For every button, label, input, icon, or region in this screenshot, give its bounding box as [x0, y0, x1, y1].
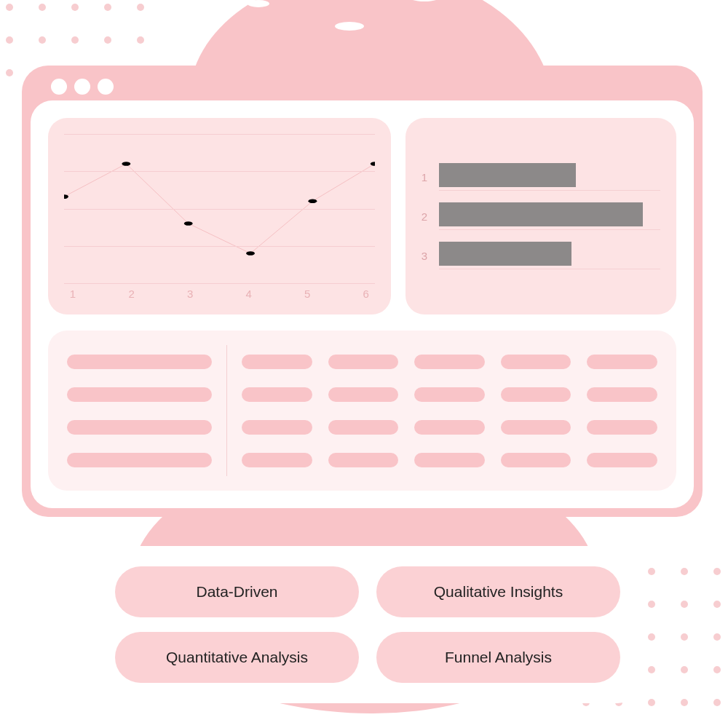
- table-label-pill: [67, 420, 212, 435]
- svg-point-0: [64, 194, 68, 199]
- bar-label: 1: [422, 171, 432, 183]
- bar-chart-panel: 123: [405, 118, 676, 314]
- line-chart-tick: 6: [360, 288, 372, 300]
- line-chart-plot: [64, 134, 375, 283]
- table-cell-pill: [328, 420, 399, 435]
- table-panel: [48, 331, 676, 491]
- table-cell-pill: [242, 387, 312, 402]
- funnel-analysis-button[interactable]: Funnel Analysis: [376, 632, 620, 683]
- line-chart-tick: 5: [301, 288, 313, 300]
- table-label-pill: [67, 453, 212, 467]
- table-row: [242, 387, 657, 402]
- line-chart-tick: 2: [126, 288, 138, 300]
- window-dot-icon: [74, 79, 90, 95]
- line-chart-x-ticks: 123456: [64, 288, 375, 300]
- bar-row: 2: [422, 202, 660, 230]
- table-cell-pill: [587, 453, 657, 467]
- table-cell-pill: [501, 420, 571, 435]
- table-data-columns: [227, 345, 657, 476]
- table-cell-pill: [242, 453, 312, 467]
- table-cell-pill: [414, 420, 485, 435]
- table-cell-pill: [242, 355, 312, 369]
- svg-point-2: [184, 221, 193, 226]
- svg-point-3: [246, 251, 255, 256]
- line-chart-tick: 1: [67, 288, 79, 300]
- table-cell-pill: [501, 453, 571, 467]
- data-driven-button[interactable]: Data-Driven: [115, 566, 359, 617]
- browser-window: 123456 123: [22, 66, 703, 517]
- bar-fill: [439, 163, 577, 187]
- window-dot-icon: [51, 79, 67, 95]
- svg-point-5: [371, 162, 375, 166]
- quantitative-analysis-button[interactable]: Quantitative Analysis: [115, 632, 359, 683]
- line-chart-tick: 4: [243, 288, 255, 300]
- table-label-pill: [67, 355, 212, 369]
- svg-point-4: [308, 199, 317, 203]
- analysis-buttons-card: Data-Driven Qualitative Insights Quantit…: [95, 546, 641, 703]
- qualitative-insights-button[interactable]: Qualitative Insights: [376, 566, 620, 617]
- table-cell-pill: [414, 355, 485, 369]
- table-label-pill: [67, 387, 212, 402]
- table-cell-pill: [587, 355, 657, 369]
- table-cell-pill: [587, 387, 657, 402]
- bar-row: 1: [422, 163, 660, 191]
- bar-label: 3: [422, 250, 432, 262]
- table-cell-pill: [328, 387, 399, 402]
- table-cell-pill: [328, 355, 399, 369]
- svg-point-1: [122, 162, 130, 166]
- table-row: [242, 420, 657, 435]
- bar-chart-rows: 123: [422, 134, 660, 298]
- table-cell-pill: [414, 387, 485, 402]
- table-cell-pill: [501, 387, 571, 402]
- bar-row: 3: [422, 242, 660, 269]
- bar-fill: [439, 242, 572, 266]
- table-cell-pill: [328, 453, 399, 467]
- bar-fill: [439, 202, 643, 226]
- line-chart-tick: 3: [184, 288, 196, 300]
- window-body: 123456 123: [31, 100, 694, 508]
- table-row: [242, 453, 657, 467]
- table-row: [242, 355, 657, 369]
- line-chart-panel: 123456: [48, 118, 391, 314]
- table-cell-pill: [587, 420, 657, 435]
- table-cell-pill: [501, 355, 571, 369]
- window-dot-icon: [98, 79, 114, 95]
- window-controls: [51, 79, 114, 95]
- bar-label: 2: [422, 210, 432, 223]
- table-cell-pill: [242, 420, 312, 435]
- table-cell-pill: [414, 453, 485, 467]
- table-label-column: [67, 345, 227, 476]
